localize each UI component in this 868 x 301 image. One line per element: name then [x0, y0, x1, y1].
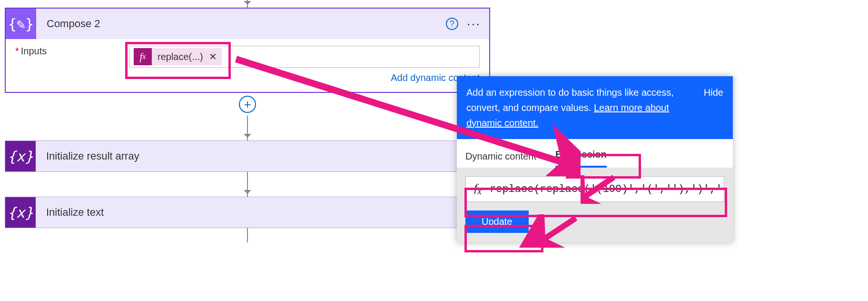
add-dynamic-content-link[interactable]: Add dynamic content: [15, 72, 480, 83]
tab-dynamic-content[interactable]: Dynamic content: [465, 151, 536, 168]
remove-token-icon[interactable]: ✕: [208, 51, 222, 62]
help-icon[interactable]: ?: [446, 18, 458, 30]
dynamic-content-popup: Add an expression to do basic things lik…: [457, 76, 733, 242]
card-header[interactable]: {✎} Compose 2 ? ···: [6, 9, 489, 39]
variable-icon: {x}: [5, 141, 36, 171]
update-button[interactable]: Update: [465, 211, 529, 233]
tab-expression[interactable]: Expression: [555, 149, 607, 168]
popup-banner: Add an expression to do basic things lik…: [457, 76, 733, 139]
expression-token-text: replace(...): [152, 51, 208, 62]
action-card-init-text[interactable]: {x} Initialize text ?: [5, 197, 490, 228]
expression-input-row[interactable]: fx replace(replace('(100)','(',''),')','…: [465, 176, 724, 202]
action-card-compose2[interactable]: {✎} Compose 2 ? ··· *Inputs fx replace(.…: [5, 8, 490, 93]
inputs-field[interactable]: fx replace(...) ✕: [129, 46, 480, 68]
action-card-init-result-array[interactable]: {x} Initialize result array ?: [5, 140, 490, 172]
card-title: Initialize result array: [46, 150, 469, 162]
connector-arrow: [247, 228, 248, 242]
card-title: Initialize text: [46, 206, 469, 219]
fx-icon: fx: [466, 181, 490, 197]
more-menu-icon[interactable]: ···: [467, 21, 481, 26]
card-title: Compose 2: [47, 18, 446, 30]
connector-arrow: [247, 116, 248, 140]
required-mark: *: [15, 46, 19, 56]
expression-token[interactable]: fx replace(...) ✕: [134, 48, 222, 65]
add-step-button[interactable]: +: [239, 96, 256, 113]
fx-icon: fx: [134, 48, 152, 65]
flow-canvas: {✎} Compose 2 ? ··· *Inputs fx replace(.…: [5, 0, 490, 242]
inputs-label-text: Inputs: [21, 46, 47, 56]
connector-arrow: [247, 0, 248, 8]
compose-icon: {✎}: [6, 9, 36, 39]
inputs-label: *Inputs: [15, 46, 129, 57]
card-body: *Inputs fx replace(...) ✕ Add dynamic co…: [6, 39, 489, 92]
popup-tabs: Dynamic content Expression: [457, 139, 733, 168]
variable-icon: {x}: [5, 197, 36, 228]
expression-input[interactable]: replace(replace('(100)','(',''),')',''): [490, 183, 724, 195]
connector-arrow: [247, 172, 248, 197]
hide-link[interactable]: Hide: [704, 85, 723, 130]
